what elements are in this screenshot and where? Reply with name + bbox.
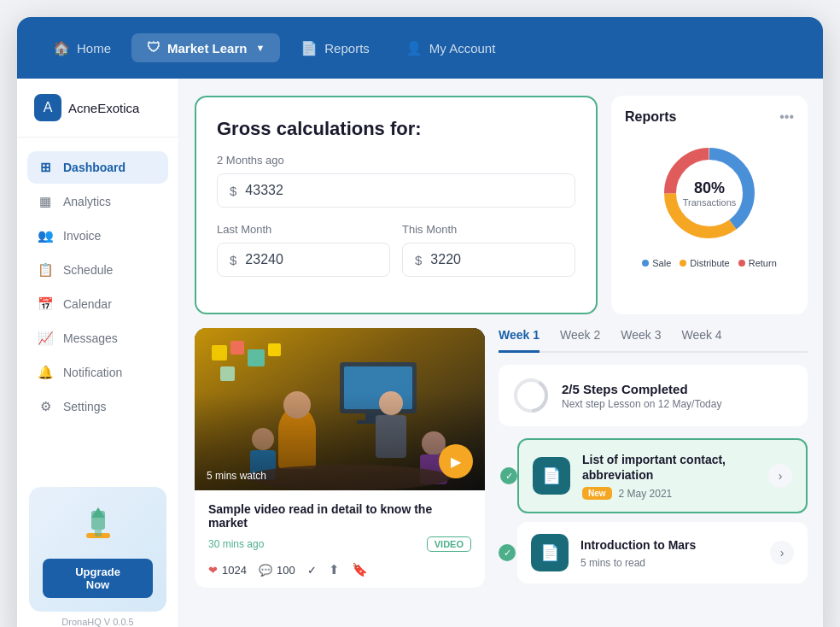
sidebar-item-label: Dashboard [63, 161, 125, 174]
verify-stat: ✓ [307, 564, 317, 577]
gross-card: Gross calculations for: 2 Months ago $ 4… [195, 96, 598, 314]
lesson-date-1: 2 May 2021 [619, 488, 673, 500]
check-circle-1: ✓ [500, 467, 517, 484]
sidebar-logo: A AcneExotica [17, 94, 178, 138]
video-card: 5 mins watch ▶ Sample video read in deta… [195, 328, 485, 588]
lesson-item-1: ✓ 📄 List of important contact, abbreviat… [517, 438, 808, 513]
sidebar: A AcneExotica ⊞ Dashboard ▦ Analytics 👥 … [17, 79, 179, 627]
settings-icon: ⚙ [38, 399, 53, 414]
dollar-icon-1: $ [230, 184, 236, 198]
video-thumbnail: 5 mins watch ▶ [195, 328, 485, 490]
nav-market-label: Market Learn [167, 41, 247, 56]
video-info: Sample video read in detail to know the … [195, 490, 485, 588]
sidebar-item-dashboard[interactable]: ⊞ Dashboard [27, 151, 168, 184]
dollar-icon-2: $ [230, 253, 236, 267]
return-label: Return [749, 258, 777, 268]
nav-home[interactable]: 🏠 Home [38, 33, 126, 63]
likes-count: 1024 [222, 564, 247, 577]
topbar: 🏠 Home 🛡 Market Learn ▼ 📄 Reports 👤 My A… [17, 17, 823, 79]
this-month-input: $ 3220 [402, 243, 575, 277]
dollar-icon-3: $ [415, 253, 422, 267]
last-month-label: Last Month [217, 223, 390, 236]
more-options-button[interactable]: ••• [779, 109, 794, 125]
last-month-value: 23240 [245, 252, 283, 267]
donut-percentage: 80% [683, 179, 737, 197]
last-month-col: Last Month $ 23240 [217, 223, 390, 292]
reports-card: Reports ••• [611, 96, 808, 314]
schedule-icon: 📋 [38, 262, 53, 278]
nav-reports-label: Reports [324, 41, 370, 56]
user-icon: 👤 [405, 40, 423, 56]
tab-week1[interactable]: Week 1 [499, 328, 540, 353]
this-month-label: This Month [402, 223, 575, 236]
lesson-content-2: Introduction to Mars 5 mins to read [580, 537, 758, 569]
legend-distribute: Distribute [680, 258, 729, 268]
sidebar-item-invoice[interactable]: 👥 Invoice [27, 220, 168, 252]
sidebar-item-settings[interactable]: ⚙ Settings [27, 390, 168, 423]
nav-my-account[interactable]: 👤 My Account [390, 33, 511, 63]
donut-label: 80% Transactions [683, 179, 737, 208]
sidebar-item-label: Schedule [63, 263, 113, 277]
lesson-title-1: List of important contact, abbreviation [582, 452, 756, 483]
share-stat[interactable]: ⬆ [329, 562, 340, 577]
lesson-arrow-2[interactable]: › [770, 541, 794, 565]
sidebar-item-label: Messages [63, 331, 118, 345]
nav-account-label: My Account [429, 41, 496, 56]
sidebar-item-schedule[interactable]: 📋 Schedule [27, 254, 168, 286]
svg-rect-3 [95, 530, 102, 536]
sidebar-item-calendar[interactable]: 📅 Calendar [27, 288, 168, 320]
lesson-title-2: Introduction to Mars [580, 537, 758, 553]
return-dot [738, 260, 745, 267]
tab-week3[interactable]: Week 3 [621, 328, 661, 353]
last-month-input: $ 23240 [217, 243, 390, 277]
new-badge: New [582, 487, 612, 500]
right-panel: Week 1 Week 2 Week 3 Week 4 2/5 Steps Co… [499, 328, 808, 588]
sidebar-item-label: Calendar [63, 297, 112, 311]
this-month-col: This Month $ 3220 [402, 223, 575, 292]
sale-label: Sale [652, 258, 671, 268]
lesson-icon-1: 📄 [533, 457, 570, 495]
two-months-input: $ 43332 [217, 173, 575, 208]
lesson-read-2: 5 mins to read [580, 557, 645, 569]
legend-sale: Sale [642, 258, 671, 268]
nav-reports[interactable]: 📄 Reports [285, 33, 385, 63]
steps-subtitle: Next step Lesson on 12 May/Today [562, 398, 794, 410]
sidebar-item-notification[interactable]: 🔔 Notification [27, 356, 168, 389]
video-time-ago: 30 mins ago [208, 538, 264, 550]
bookmark-stat[interactable]: 🔖 [352, 562, 368, 577]
upgrade-icon [74, 501, 122, 548]
sidebar-item-label: Invoice [63, 229, 101, 243]
app-container: 🏠 Home 🛡 Market Learn ▼ 📄 Reports 👤 My A… [17, 17, 823, 627]
play-button[interactable]: ▶ [439, 444, 473, 478]
bottom-row: 5 mins watch ▶ Sample video read in deta… [195, 328, 808, 588]
upgrade-now-button[interactable]: Upgrade Now [43, 559, 153, 598]
notification-icon: 🔔 [38, 365, 53, 380]
video-title: Sample video read in detail to know the … [208, 502, 471, 530]
messages-icon: 📈 [38, 331, 53, 346]
legend-return: Return [738, 258, 777, 268]
logo-text: AcneExotica [68, 101, 139, 115]
steps-info: 2/5 Steps Completed Next step Lesson on … [562, 382, 794, 410]
invoice-icon: 👥 [38, 228, 53, 243]
gross-row: Last Month $ 23240 This Month $ 3220 [217, 223, 575, 292]
shield-icon: 🛡 [147, 40, 160, 56]
top-row: Gross calculations for: 2 Months ago $ 4… [195, 96, 808, 314]
sidebar-item-messages[interactable]: 📈 Messages [27, 322, 168, 355]
nav-home-label: Home [77, 41, 111, 56]
lesson-arrow-1[interactable]: › [768, 464, 792, 488]
tab-week2[interactable]: Week 2 [560, 328, 600, 353]
comment-icon: 💬 [259, 564, 272, 577]
this-month-value: 3220 [430, 252, 461, 267]
analytics-icon: ▦ [38, 194, 53, 209]
sidebar-item-analytics[interactable]: ▦ Analytics [27, 185, 168, 218]
reports-header: Reports ••• [625, 109, 794, 125]
comments-stat: 💬 100 [259, 564, 295, 577]
two-months-label: 2 Months ago [217, 154, 575, 167]
sidebar-menu: ⊞ Dashboard ▦ Analytics 👥 Invoice 📋 Sche… [17, 146, 178, 475]
tab-week4[interactable]: Week 4 [681, 328, 721, 353]
donut-container: 80% Transactions [658, 142, 761, 244]
check-circle-2: ✓ [499, 544, 516, 561]
calendar-icon: 📅 [38, 296, 53, 312]
nav-market-learn[interactable]: 🛡 Market Learn ▼ [131, 33, 280, 62]
gross-title: Gross calculations for: [217, 118, 575, 140]
